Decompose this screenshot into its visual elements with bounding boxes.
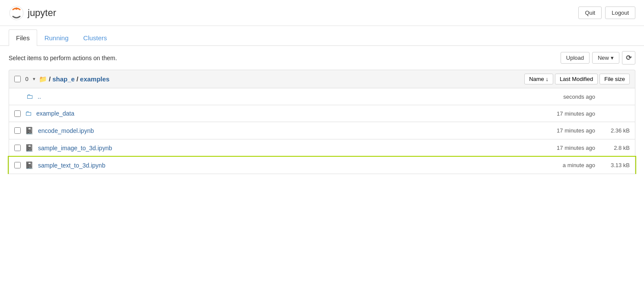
header-buttons: Quit Logout: [578, 6, 635, 19]
file-row-right: a minute ago 3.13 kB: [539, 162, 630, 168]
file-size: 2.8 kB: [604, 145, 630, 151]
col-header-left: 0 ▾ 📁 / shap_e / examples: [14, 75, 524, 83]
file-row-right: 17 minutes ago 2.36 kB: [539, 127, 630, 134]
file-name-link[interactable]: encode_model.ipynb: [38, 127, 94, 134]
tab-files[interactable]: Files: [9, 29, 37, 46]
file-checkbox[interactable]: [14, 110, 21, 117]
jupyter-logo-icon: [9, 5, 24, 21]
breadcrumb: 📁 / shap_e / examples: [39, 75, 109, 83]
parent-dir-icon: 🗀: [26, 93, 33, 100]
toolbar: Select items to perform actions on them.…: [0, 46, 644, 70]
notebook-icon: 📓: [25, 144, 34, 152]
file-row-left: 🗀 example_data: [14, 110, 539, 117]
logout-button[interactable]: Logout: [605, 6, 635, 19]
parent-dir-modified: seconds ago: [539, 94, 595, 100]
quit-button[interactable]: Quit: [578, 6, 602, 19]
notebook-icon: 📓: [25, 126, 34, 135]
refresh-button[interactable]: ⟳: [622, 51, 635, 65]
header: jupyter Quit Logout: [0, 0, 644, 26]
file-row-left: 📓 sample_image_to_3d.ipynb: [14, 144, 539, 152]
file-name-link[interactable]: sample_image_to_3d.ipynb: [38, 145, 112, 152]
toolbar-actions: Upload New ▾ ⟳: [561, 51, 635, 65]
svg-point-1: [16, 7, 18, 10]
sort-modified-button[interactable]: Last Modified: [555, 74, 598, 84]
tab-running[interactable]: Running: [37, 29, 76, 46]
breadcrumb-shap_e[interactable]: shap_e: [52, 75, 75, 83]
breadcrumb-separator-1: /: [49, 75, 51, 83]
file-name-link[interactable]: example_data: [36, 110, 74, 117]
file-modified: 17 minutes ago: [539, 110, 595, 117]
parent-dir-row: 🗀 .. seconds ago: [9, 88, 635, 105]
file-modified: 17 minutes ago: [539, 127, 595, 134]
parent-dir-right: seconds ago: [539, 94, 630, 100]
file-name-link[interactable]: sample_text_to_3d.ipynb: [38, 162, 105, 169]
notebook-icon: 📓: [25, 161, 34, 169]
selected-count: 0: [22, 76, 31, 82]
tab-clusters[interactable]: Clusters: [76, 29, 115, 46]
sort-size-button[interactable]: File size: [599, 74, 630, 84]
refresh-icon: ⟳: [626, 54, 631, 62]
table-row: 📓 sample_text_to_3d.ipynb a minute ago 3…: [9, 157, 635, 174]
table-row: 📓 encode_model.ipynb 17 minutes ago 2.36…: [9, 122, 635, 139]
folder-icon: 📁: [39, 75, 47, 83]
breadcrumb-examples[interactable]: examples: [80, 75, 109, 83]
file-modified: a minute ago: [539, 162, 595, 168]
parent-dir-left: 🗀 ..: [14, 93, 539, 100]
file-list: 0 ▾ 📁 / shap_e / examples Name ↓ Last Mo…: [0, 70, 644, 174]
count-dropdown-arrow[interactable]: ▾: [33, 76, 35, 82]
file-modified: 17 minutes ago: [539, 145, 595, 151]
file-row-left: 📓 encode_model.ipynb: [14, 126, 539, 135]
folder-icon: 🗀: [25, 110, 32, 117]
logo: jupyter: [9, 5, 56, 21]
toolbar-info: Select items to perform actions on them.: [9, 55, 117, 61]
table-row: 🗀 example_data 17 minutes ago: [9, 105, 635, 122]
new-button[interactable]: New ▾: [592, 52, 619, 64]
file-row-left: 📓 sample_text_to_3d.ipynb: [14, 161, 539, 169]
tabs: Files Running Clusters: [0, 29, 644, 46]
col-header-right: Name ↓ Last Modified File size: [524, 74, 630, 84]
table-row: 📓 sample_image_to_3d.ipynb 17 minutes ag…: [9, 139, 635, 157]
column-header: 0 ▾ 📁 / shap_e / examples Name ↓ Last Mo…: [9, 70, 635, 88]
upload-button[interactable]: Upload: [561, 52, 590, 64]
file-checkbox[interactable]: [14, 127, 21, 134]
sort-arrow: ↓: [545, 76, 548, 82]
logo-text: jupyter: [28, 7, 56, 19]
new-dropdown-arrow: ▾: [611, 55, 614, 61]
sort-name-button[interactable]: Name ↓: [524, 74, 553, 84]
select-all-area: 0 ▾: [14, 76, 35, 82]
file-row-right: 17 minutes ago: [539, 110, 630, 117]
file-row-right: 17 minutes ago 2.8 kB: [539, 145, 630, 151]
file-checkbox[interactable]: [14, 162, 21, 168]
select-all-checkbox[interactable]: [14, 76, 21, 82]
file-size: 2.36 kB: [604, 127, 630, 134]
breadcrumb-separator-2: /: [77, 75, 78, 83]
file-checkbox[interactable]: [14, 145, 21, 151]
parent-dir-link[interactable]: ..: [38, 93, 41, 100]
file-size: 3.13 kB: [604, 162, 630, 168]
